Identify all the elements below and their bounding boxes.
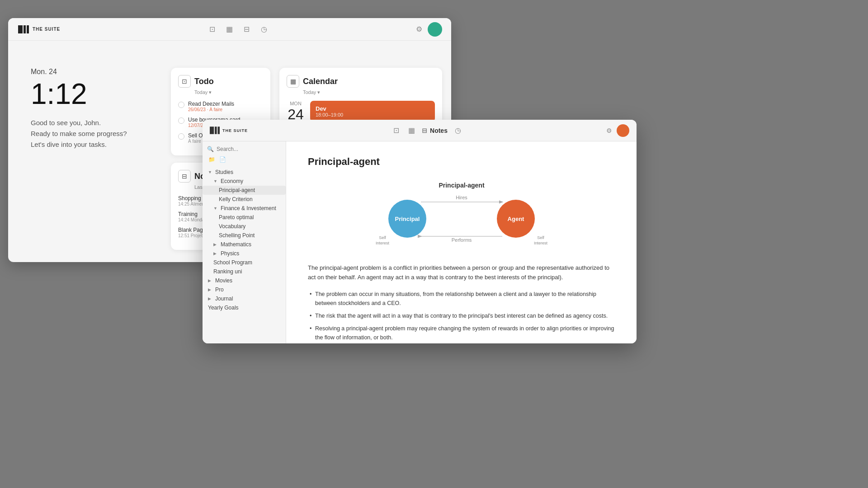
svg-text:Interest: Interest (375, 241, 389, 245)
todo-name-1: Read Deezer Mails (188, 101, 234, 107)
tree-item-schelling[interactable]: Schelling Point (203, 231, 286, 240)
notes-header-right: ⚙ (606, 124, 629, 137)
tree-item-ranking-uni[interactable]: Ranking uni (203, 267, 286, 276)
calendar-widget-title: Calendar (303, 77, 338, 86)
clock-nav-icon[interactable]: ◷ (259, 24, 269, 34)
search-icon: 🔍 (207, 146, 214, 152)
sidebar-toolbar: 📁 📄 (203, 155, 286, 168)
tree-folder-movies[interactable]: ▶ Movies (203, 276, 286, 285)
notes-window: THE SUITE ⊡ ▦ ⊟ Notes ◷ ⚙ 🔍 ≡ ✕ (203, 120, 637, 343)
notes-sidebar: 🔍 ≡ ✕ 📁 📄 ▼ Studies ▼ Economy (203, 141, 286, 343)
svg-text:Performs: Performs (451, 237, 472, 243)
date-label: Mon. 24 (31, 68, 127, 76)
tree-item-principal-agent[interactable]: Principal-agent (203, 186, 286, 195)
svg-text:Interest: Interest (533, 241, 547, 245)
notes-body: 🔍 ≡ ✕ 📁 📄 ▼ Studies ▼ Economy (203, 141, 637, 343)
note-bullet-3: Resolving a principal-agent problem may … (308, 324, 615, 342)
tree-folder-pro[interactable]: ▶ Pro (203, 285, 286, 294)
tree-folder-journal[interactable]: ▶ Journal (203, 294, 286, 303)
main-logo: THE SUITE (17, 24, 60, 34)
tree-folder-studies[interactable]: ▼ Studies (203, 168, 286, 177)
calendar-nav-icon[interactable]: ▦ (225, 24, 235, 34)
svg-rect-5 (217, 127, 220, 134)
todo-nav-icon[interactable]: ⊡ (208, 24, 217, 34)
notes-title-badge: ⊟ Notes (422, 127, 448, 134)
header-right: ⚙ (416, 22, 442, 37)
logo-icon (17, 24, 30, 34)
tree-item-kelly-criterion[interactable]: Kelly Criterion (203, 195, 286, 204)
calendar-widget-header: ▦ Calendar (287, 75, 435, 88)
principal-agent-diagram: Principal-agent Hires Principal Agent Pe… (308, 180, 615, 253)
svg-text:Agent: Agent (507, 216, 524, 222)
cal-event-dev-time: 18:00–19:00 (316, 112, 429, 117)
todo-widget-title: Todo (194, 77, 214, 86)
todo-checkbox-2[interactable] (178, 117, 184, 124)
notes-logo-text: THE SUITE (222, 128, 248, 133)
note-description: The principal-agent problem is a conflic… (308, 263, 615, 282)
tree-folder-economy[interactable]: ▼ Economy (203, 177, 286, 186)
time-display: 1:12 (31, 80, 127, 108)
svg-rect-2 (27, 25, 29, 33)
notes-small-icon: ⊟ (178, 170, 191, 183)
logo-text: THE SUITE (33, 27, 60, 32)
greeting-text: Good to see you, John. Ready to make som… (31, 117, 127, 150)
tree-folder-finance[interactable]: ▼ Finance & Investement (203, 204, 286, 213)
notes-nav-icon[interactable]: ⊟ (242, 24, 252, 34)
main-nav: ⊡ ▦ ⊟ ◷ (208, 24, 269, 34)
svg-rect-4 (215, 127, 217, 134)
search-input[interactable] (217, 146, 284, 152)
filter-icon[interactable]: ⚙ (416, 25, 422, 33)
tree-item-vocabulary[interactable]: Vocabulary (203, 222, 286, 231)
new-folder-icon[interactable]: 📁 (207, 155, 216, 164)
tree-folder-mathematics[interactable]: ▶ Mathematics (203, 240, 286, 249)
tree-item-school-program[interactable]: School Program (203, 258, 286, 267)
svg-text:Hires: Hires (456, 195, 467, 200)
svg-rect-1 (24, 25, 26, 33)
todo-checkbox-3[interactable] (178, 133, 184, 140)
svg-rect-0 (18, 25, 23, 33)
todo-item: Read Deezer Mails 26/06/23 · À faire (178, 101, 263, 112)
tree-item-pareto[interactable]: Pareto optimal (203, 213, 286, 222)
svg-text:Principal-agent: Principal-agent (439, 182, 484, 189)
notes-logo: THE SUITE (210, 127, 248, 134)
notes-nav-icons: ⊡ ▦ ⊟ Notes ◷ (391, 126, 463, 136)
svg-text:Self: Self (379, 235, 386, 240)
new-file-icon[interactable]: 📄 (218, 155, 227, 164)
notes-title: Notes (430, 127, 448, 134)
notes-nav-clock[interactable]: ◷ (453, 126, 463, 136)
todo-widget-icon: ⊡ (178, 75, 191, 88)
todo-widget-header: ⊡ Todo (178, 75, 263, 88)
greeting-line3: Let's dive into your tasks. (31, 139, 127, 150)
svg-text:Self: Self (537, 235, 544, 240)
calendar-widget-icon: ▦ (287, 75, 299, 88)
todo-widget-subtitle[interactable]: Today ▾ (194, 89, 263, 95)
note-bullet-2: The risk that the agent will act in a wa… (308, 311, 615, 320)
svg-text:Principal: Principal (395, 216, 420, 222)
todo-checkbox-1[interactable] (178, 102, 184, 108)
left-content: Mon. 24 1:12 Good to see you, John. Read… (31, 68, 127, 150)
sidebar-search-bar: 🔍 ≡ ✕ (203, 141, 286, 155)
calendar-event-dev: Dev 18:00–19:00 (310, 101, 435, 122)
notes-header: THE SUITE ⊡ ▦ ⊟ Notes ◷ ⚙ (203, 120, 637, 141)
tree-folder-physics[interactable]: ▶ Physics (203, 249, 286, 258)
note-bullet-1: The problem can occur in many situations… (308, 290, 615, 308)
main-header: THE SUITE ⊡ ▦ ⊟ ◷ ⚙ (8, 18, 451, 41)
todo-content-1: Read Deezer Mails 26/06/23 · À faire (188, 101, 234, 112)
notes-nav-todo[interactable]: ⊡ (391, 126, 401, 136)
cal-event-dev-title: Dev (316, 105, 429, 112)
user-avatar[interactable] (428, 22, 442, 37)
calendar-day-name: MON (287, 101, 305, 106)
notes-content: Principal-agent Principal-agent Hires Pr… (286, 141, 637, 343)
notes-nav-calendar[interactable]: ▦ (406, 126, 416, 136)
note-title: Principal-agent (308, 156, 615, 168)
notes-user-avatar[interactable] (617, 124, 629, 137)
greeting-line2: Ready to make some progress? (31, 128, 127, 139)
calendar-widget-subtitle[interactable]: Today ▾ (303, 89, 435, 95)
tree-item-yearly-goals[interactable]: Yearly Goals (203, 303, 286, 312)
notes-filter-icon[interactable]: ⚙ (606, 127, 612, 134)
svg-rect-3 (210, 127, 214, 134)
greeting-line1: Good to see you, John. (31, 117, 127, 128)
todo-meta-1: 26/06/23 · À faire (188, 107, 234, 112)
